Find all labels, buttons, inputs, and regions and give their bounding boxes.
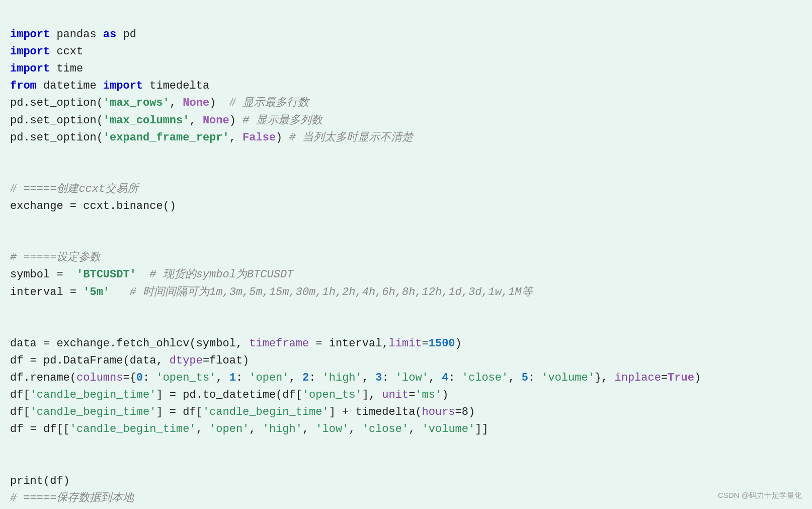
line-set-option-3: pd.set_option('expand_frame_repr', False…	[10, 131, 413, 144]
line-import-ccxt: import ccxt	[10, 45, 83, 58]
keyword-import3: import	[10, 62, 50, 75]
keyword-none2: None	[203, 114, 229, 127]
code-editor: import pandas as pd import ccxt import t…	[10, 9, 802, 509]
keyword-false1: False	[242, 131, 276, 144]
keyword-import: import	[10, 28, 50, 41]
line-dataframe: df = pd.DataFrame(data, dtype=float)	[10, 354, 249, 367]
line-from-datetime: from datetime import timedelta	[10, 80, 209, 92]
line-to-datetime: df['candle_begin_time'] = pd.to_datetime…	[10, 389, 448, 401]
blank-line-4	[10, 438, 802, 455]
line-add-timedelta: df['candle_begin_time'] = df['candle_beg…	[10, 406, 475, 418]
line-rename: df.rename(columns={0: 'open_ts', 1: 'ope…	[10, 372, 701, 384]
line-exchange: exchange = ccxt.binance()	[10, 200, 176, 212]
blank-line-3	[10, 301, 802, 318]
keyword-from: from	[10, 80, 37, 92]
line-fetch-data: data = exchange.fetch_ohlcv(symbol, time…	[10, 337, 462, 350]
blank-line-1	[10, 147, 802, 164]
line-set-option-1: pd.set_option('max_rows', None) # 显示最多行数	[10, 97, 309, 109]
blank-line-2	[10, 215, 802, 232]
line-symbol: symbol = 'BTCUSDT' # 现货的symbol为BTCUSDT	[10, 268, 293, 281]
line-import-pandas: import pandas as pd	[10, 28, 136, 41]
keyword-import2: import	[10, 45, 50, 58]
keyword-none1: None	[183, 97, 209, 109]
watermark: CSDN @码力十足学量化	[718, 489, 802, 501]
line-interval: interval = '5m' # 时间间隔可为1m,3m,5m,15m,30m…	[10, 286, 533, 299]
line-comment-params: # =====设定参数	[10, 251, 101, 264]
line-comment-save: # =====保存数据到本地	[10, 492, 134, 504]
line-import-time: import time	[10, 62, 83, 75]
keyword-import4: import	[103, 80, 143, 92]
line-comment-exchange: # =====创建ccxt交易所	[10, 183, 138, 195]
keyword-true: True	[668, 372, 694, 384]
keyword-as: as	[103, 28, 116, 41]
line-print: print(df)	[10, 475, 70, 487]
line-set-option-2: pd.set_option('max_columns', None) # 显示最…	[10, 114, 322, 127]
line-select-cols: df = df[['candle_begin_time', 'open', 'h…	[10, 423, 489, 435]
